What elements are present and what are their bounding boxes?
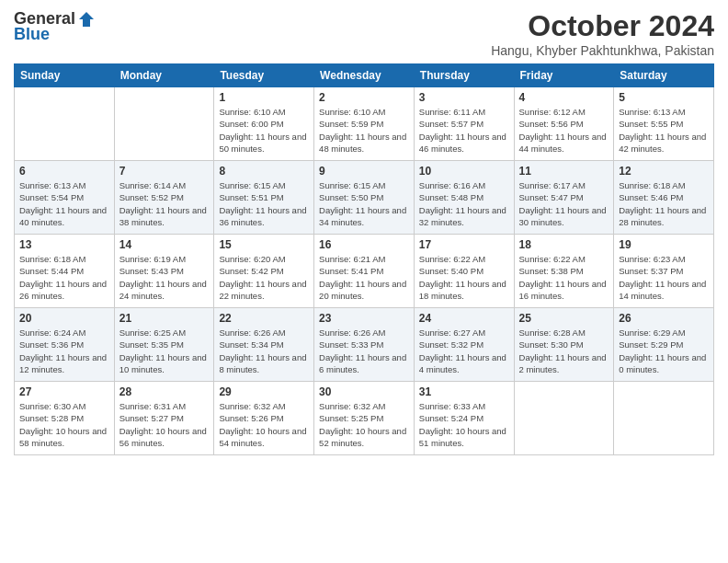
day-number: 23 [319,312,409,325]
calendar-cell [114,87,214,161]
day-info: Sunrise: 6:12 AM Sunset: 5:56 PM Dayligh… [519,106,609,155]
day-number: 30 [319,385,409,398]
day-info: Sunrise: 6:26 AM Sunset: 5:33 PM Dayligh… [319,327,409,375]
header-wednesday: Wednesday [314,64,415,87]
day-number: 4 [519,91,609,104]
calendar-cell: 11Sunrise: 6:17 AM Sunset: 5:47 PM Dayli… [514,161,614,235]
day-info: Sunrise: 6:15 AM Sunset: 5:51 PM Dayligh… [219,179,309,228]
calendar-body: 1Sunrise: 6:10 AM Sunset: 6:00 PM Daylig… [15,87,714,455]
page: General Blue October 2024 Hangu, Khyber … [0,0,728,563]
calendar: Sunday Monday Tuesday Wednesday Thursday… [14,63,714,455]
header-tuesday: Tuesday [214,64,314,87]
day-info: Sunrise: 6:32 AM Sunset: 5:26 PM Dayligh… [219,400,309,449]
svg-marker-0 [79,12,94,27]
calendar-cell: 4Sunrise: 6:12 AM Sunset: 5:56 PM Daylig… [514,87,614,161]
day-number: 26 [619,312,709,325]
day-info: Sunrise: 6:24 AM Sunset: 5:36 PM Dayligh… [19,327,109,375]
day-info: Sunrise: 6:29 AM Sunset: 5:29 PM Dayligh… [619,327,709,375]
calendar-header: Sunday Monday Tuesday Wednesday Thursday… [15,64,714,87]
day-info: Sunrise: 6:28 AM Sunset: 5:30 PM Dayligh… [519,327,609,375]
logo-icon [77,10,96,29]
calendar-cell: 3Sunrise: 6:11 AM Sunset: 5:57 PM Daylig… [414,87,514,161]
day-info: Sunrise: 6:16 AM Sunset: 5:48 PM Dayligh… [419,179,509,228]
day-number: 19 [619,238,709,251]
day-number: 16 [319,238,409,251]
day-number: 29 [219,385,309,398]
day-info: Sunrise: 6:15 AM Sunset: 5:50 PM Dayligh… [319,179,409,228]
calendar-cell: 9Sunrise: 6:15 AM Sunset: 5:50 PM Daylig… [314,161,415,235]
day-info: Sunrise: 6:22 AM Sunset: 5:40 PM Dayligh… [419,253,509,302]
logo-blue: Blue [14,25,50,44]
day-info: Sunrise: 6:25 AM Sunset: 5:35 PM Dayligh… [119,327,210,375]
day-info: Sunrise: 6:10 AM Sunset: 6:00 PM Dayligh… [219,106,309,155]
calendar-cell: 2Sunrise: 6:10 AM Sunset: 5:59 PM Daylig… [314,87,415,161]
calendar-cell: 16Sunrise: 6:21 AM Sunset: 5:41 PM Dayli… [314,235,415,308]
day-info: Sunrise: 6:21 AM Sunset: 5:41 PM Dayligh… [319,253,409,302]
calendar-week-4: 27Sunrise: 6:30 AM Sunset: 5:28 PM Dayli… [15,382,714,455]
calendar-cell: 22Sunrise: 6:26 AM Sunset: 5:34 PM Dayli… [214,308,314,382]
day-info: Sunrise: 6:13 AM Sunset: 5:55 PM Dayligh… [619,106,709,155]
calendar-cell: 20Sunrise: 6:24 AM Sunset: 5:36 PM Dayli… [15,308,115,382]
calendar-cell: 21Sunrise: 6:25 AM Sunset: 5:35 PM Dayli… [114,308,214,382]
calendar-cell: 24Sunrise: 6:27 AM Sunset: 5:32 PM Dayli… [414,308,514,382]
day-info: Sunrise: 6:32 AM Sunset: 5:25 PM Dayligh… [319,400,409,449]
month-title: October 2024 [491,9,714,43]
day-number: 11 [519,165,609,178]
day-info: Sunrise: 6:23 AM Sunset: 5:37 PM Dayligh… [619,253,709,302]
header-sunday: Sunday [15,64,115,87]
day-info: Sunrise: 6:31 AM Sunset: 5:27 PM Dayligh… [119,400,210,449]
calendar-cell: 28Sunrise: 6:31 AM Sunset: 5:27 PM Dayli… [114,382,214,455]
day-number: 28 [119,385,210,398]
day-number: 7 [119,165,210,178]
day-info: Sunrise: 6:19 AM Sunset: 5:43 PM Dayligh… [119,253,210,302]
day-number: 10 [419,165,509,178]
location: Hangu, Khyber Pakhtunkhwa, Pakistan [491,43,714,58]
header: General Blue October 2024 Hangu, Khyber … [14,9,714,58]
day-number: 27 [19,385,109,398]
calendar-cell: 13Sunrise: 6:18 AM Sunset: 5:44 PM Dayli… [15,235,115,308]
day-info: Sunrise: 6:30 AM Sunset: 5:28 PM Dayligh… [19,400,109,449]
day-info: Sunrise: 6:27 AM Sunset: 5:32 PM Dayligh… [419,327,509,375]
day-info: Sunrise: 6:33 AM Sunset: 5:24 PM Dayligh… [419,400,509,449]
calendar-cell: 23Sunrise: 6:26 AM Sunset: 5:33 PM Dayli… [314,308,415,382]
calendar-cell: 10Sunrise: 6:16 AM Sunset: 5:48 PM Dayli… [414,161,514,235]
day-number: 13 [19,238,109,251]
header-saturday: Saturday [614,64,714,87]
calendar-week-2: 13Sunrise: 6:18 AM Sunset: 5:44 PM Dayli… [15,235,714,308]
calendar-cell: 1Sunrise: 6:10 AM Sunset: 6:00 PM Daylig… [214,87,314,161]
calendar-cell: 17Sunrise: 6:22 AM Sunset: 5:40 PM Dayli… [414,235,514,308]
day-number: 20 [19,312,109,325]
calendar-cell: 29Sunrise: 6:32 AM Sunset: 5:26 PM Dayli… [214,382,314,455]
calendar-cell: 31Sunrise: 6:33 AM Sunset: 5:24 PM Dayli… [414,382,514,455]
day-info: Sunrise: 6:11 AM Sunset: 5:57 PM Dayligh… [419,106,509,155]
calendar-cell: 15Sunrise: 6:20 AM Sunset: 5:42 PM Dayli… [214,235,314,308]
day-info: Sunrise: 6:13 AM Sunset: 5:54 PM Dayligh… [19,179,109,228]
day-info: Sunrise: 6:17 AM Sunset: 5:47 PM Dayligh… [519,179,609,228]
day-info: Sunrise: 6:18 AM Sunset: 5:44 PM Dayligh… [19,253,109,302]
calendar-cell: 19Sunrise: 6:23 AM Sunset: 5:37 PM Dayli… [614,235,714,308]
day-number: 1 [219,91,309,104]
day-number: 22 [219,312,309,325]
title-section: October 2024 Hangu, Khyber Pakhtunkhwa, … [491,9,714,58]
day-info: Sunrise: 6:18 AM Sunset: 5:46 PM Dayligh… [619,179,709,228]
day-info: Sunrise: 6:10 AM Sunset: 5:59 PM Dayligh… [319,106,409,155]
day-number: 8 [219,165,309,178]
calendar-cell: 8Sunrise: 6:15 AM Sunset: 5:51 PM Daylig… [214,161,314,235]
header-row: Sunday Monday Tuesday Wednesday Thursday… [15,64,714,87]
calendar-week-0: 1Sunrise: 6:10 AM Sunset: 6:00 PM Daylig… [15,87,714,161]
day-info: Sunrise: 6:22 AM Sunset: 5:38 PM Dayligh… [519,253,609,302]
calendar-cell: 25Sunrise: 6:28 AM Sunset: 5:30 PM Dayli… [514,308,614,382]
day-info: Sunrise: 6:20 AM Sunset: 5:42 PM Dayligh… [219,253,309,302]
header-monday: Monday [114,64,214,87]
calendar-cell: 27Sunrise: 6:30 AM Sunset: 5:28 PM Dayli… [15,382,115,455]
calendar-week-1: 6Sunrise: 6:13 AM Sunset: 5:54 PM Daylig… [15,161,714,235]
day-number: 6 [19,165,109,178]
day-number: 15 [219,238,309,251]
day-number: 5 [619,91,709,104]
calendar-cell: 12Sunrise: 6:18 AM Sunset: 5:46 PM Dayli… [614,161,714,235]
day-number: 31 [419,385,509,398]
calendar-week-3: 20Sunrise: 6:24 AM Sunset: 5:36 PM Dayli… [15,308,714,382]
day-info: Sunrise: 6:14 AM Sunset: 5:52 PM Dayligh… [119,179,210,228]
day-info: Sunrise: 6:26 AM Sunset: 5:34 PM Dayligh… [219,327,309,375]
calendar-cell: 7Sunrise: 6:14 AM Sunset: 5:52 PM Daylig… [114,161,214,235]
